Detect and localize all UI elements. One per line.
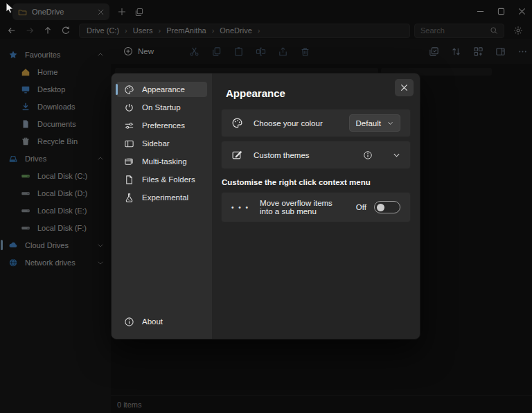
settings-nav-label: Preferences — [142, 121, 185, 130]
overflow-toggle-row: • • • Move overflow items into a sub men… — [221, 192, 411, 222]
settings-nav-files-folders[interactable]: Files & Folders — [116, 172, 207, 187]
app-window: OneDrive — [0, 0, 532, 413]
sidebar-panel-icon — [124, 139, 134, 149]
settings-nav-experimental[interactable]: Experimental — [116, 190, 207, 205]
experimental-flask-icon — [124, 193, 134, 203]
row-label: Move overflow items into a sub menu — [260, 199, 346, 216]
edit-theme-icon — [231, 149, 243, 161]
choose-colour-row: Choose your colour Default — [221, 109, 411, 137]
settings-nav-appearance[interactable]: Appearance — [116, 82, 207, 97]
settings-nav-label: Experimental — [142, 193, 188, 202]
settings-nav-label: Files & Folders — [142, 175, 195, 184]
chevron-down-icon — [387, 120, 393, 126]
file-icon — [124, 175, 134, 185]
settings-dialog: Appearance On Startup Preferences Sideba… — [111, 73, 420, 340]
settings-nav-label: Sidebar — [142, 139, 170, 148]
settings-nav-label: About — [142, 317, 163, 326]
custom-themes-row[interactable]: Custom themes — [221, 141, 411, 169]
expander-chevron-icon[interactable] — [393, 151, 400, 159]
settings-nav-label: Appearance — [142, 85, 185, 94]
dialog-title: Appearance — [226, 87, 411, 99]
info-icon[interactable] — [363, 150, 373, 160]
power-icon — [124, 103, 134, 113]
palette-icon — [124, 85, 134, 95]
sliders-icon — [124, 121, 134, 131]
dropdown-value: Default — [356, 119, 381, 128]
toggle-state-label: Off — [356, 203, 366, 211]
palette-icon — [231, 117, 243, 129]
overflow-toggle-switch[interactable] — [374, 201, 400, 213]
settings-nav-label: On Startup — [142, 103, 181, 112]
ellipsis-icon: • • • — [231, 204, 249, 211]
context-menu-section-label: Customise the right click context menu — [222, 178, 411, 186]
settings-nav-sidebar[interactable]: Sidebar — [116, 136, 207, 151]
settings-content: Appearance Choose your colour Default Cu — [212, 73, 420, 339]
settings-nav-preferences[interactable]: Preferences — [116, 118, 207, 133]
row-label: Choose your colour — [254, 119, 339, 128]
dialog-close-button[interactable] — [395, 79, 414, 96]
settings-nav-label: Multi-tasking — [142, 157, 187, 166]
info-icon — [124, 317, 134, 327]
selection-pill — [116, 84, 118, 95]
toggle-knob — [377, 204, 384, 211]
multitask-windows-icon — [124, 157, 134, 167]
settings-nav-on-startup[interactable]: On Startup — [116, 100, 207, 115]
settings-nav-about[interactable]: About — [116, 314, 207, 329]
mouse-cursor — [6, 2, 15, 15]
colour-dropdown[interactable]: Default — [349, 114, 400, 132]
row-label: Custom themes — [254, 151, 353, 159]
settings-nav: Appearance On Startup Preferences Sideba… — [112, 73, 212, 339]
settings-nav-multi-tasking[interactable]: Multi-tasking — [116, 154, 207, 169]
